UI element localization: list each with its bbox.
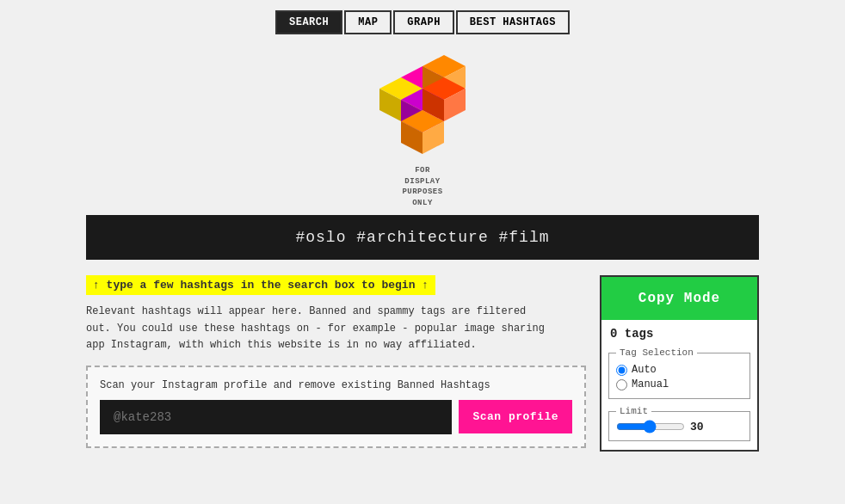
description-text: Relevant hashtags will appear here. Bann… (86, 304, 586, 353)
search-bar-display: #oslo #architecture #film (86, 215, 759, 260)
scan-box: Scan your Instagram profile and remove e… (86, 366, 586, 448)
left-panel: ↑ type a few hashtags in the search box … (86, 275, 586, 452)
nav-search[interactable]: SEARCH (275, 10, 342, 34)
radio-auto[interactable] (616, 365, 627, 376)
tag-selection-group: Tag Selection Auto Manual (608, 347, 750, 399)
radio-manual-label: Manual (632, 378, 669, 390)
limit-legend: Limit (616, 406, 651, 416)
logo-image (375, 52, 470, 163)
limit-row: 30 (616, 420, 743, 433)
radio-auto-row: Auto (616, 364, 743, 376)
tags-count: 0 tags (601, 320, 757, 344)
radio-manual-row: Manual (616, 378, 743, 390)
nav-map[interactable]: MAP (344, 10, 392, 34)
copy-mode-button[interactable]: Copy Mode (601, 277, 757, 320)
nav-graph[interactable]: GRAPH (393, 10, 454, 34)
logo-subtitle: FOR DISPLAY PURPOSES ONLY (402, 165, 442, 208)
limit-value: 30 (690, 421, 704, 433)
scan-box-description: Scan your Instagram profile and remove e… (100, 379, 572, 391)
limit-slider[interactable] (616, 420, 685, 433)
limit-group: Limit 30 (608, 406, 750, 441)
main-content: ↑ type a few hashtags in the search box … (0, 260, 845, 469)
scan-input[interactable] (100, 400, 452, 434)
right-panel: Copy Mode 0 tags Tag Selection Auto Manu… (600, 275, 759, 452)
nav-best-hashtags[interactable]: BEST HASHTAGS (456, 10, 570, 34)
scan-profile-button[interactable]: Scan profile (459, 400, 572, 433)
radio-manual[interactable] (616, 379, 627, 390)
radio-auto-label: Auto (632, 364, 657, 376)
search-bar-text: #oslo #architecture #film (295, 229, 549, 246)
top-nav: SEARCH MAP GRAPH BEST HASHTAGS (0, 0, 845, 43)
scan-row: Scan profile (100, 400, 572, 434)
tag-selection-legend: Tag Selection (616, 347, 697, 358)
logo-area: FOR DISPLAY PURPOSES ONLY (0, 43, 845, 215)
hint-text: ↑ type a few hashtags in the search box … (86, 275, 435, 295)
